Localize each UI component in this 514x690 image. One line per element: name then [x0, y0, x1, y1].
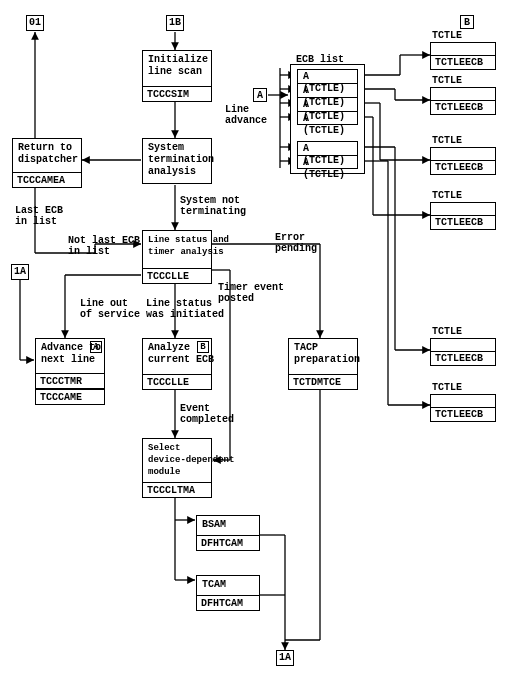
box-code: TCCCAMEA: [12, 172, 82, 188]
box-title: Select device-dependent module: [143, 439, 211, 481]
label-tctle: TCTLE: [432, 75, 462, 86]
tctle-box: TCTLEECB: [430, 42, 496, 70]
label-line-was-init: Line status was initiated: [146, 298, 224, 320]
box-line-status: Line status and timer analysis TCCCLLE: [142, 230, 212, 284]
label-line-out: Line out of service: [80, 298, 140, 320]
box-title: Return to dispatcher: [13, 139, 81, 169]
tctle-field: TCTLEECB: [430, 351, 496, 366]
box-bsam: BSAM DFHTCAM: [196, 515, 260, 551]
label-timer-event: Timer event posted: [218, 282, 284, 304]
connector-label: 1B: [169, 17, 181, 28]
box-title: TCAM: [197, 576, 259, 594]
tctle-field: TCTLEECB: [430, 55, 496, 70]
box-title: TACP preparation: [289, 339, 357, 369]
box-code: DFHTCAM: [196, 595, 260, 611]
label-not-last-ecb: Not last ECB in list: [68, 235, 140, 257]
label-tctle: TCTLE: [432, 382, 462, 393]
connector-label: 1A: [279, 652, 291, 663]
tctle-box: TCTLEECB: [430, 394, 496, 422]
label-tctle: TCTLE: [432, 30, 462, 41]
connector-label: 01: [29, 17, 41, 28]
reference-A-line-advance: A: [253, 88, 267, 102]
label-error-pending: Error pending: [275, 232, 317, 254]
box-code: TCCCLLE: [142, 374, 212, 390]
connector-1A-bottom: 1A: [276, 650, 294, 666]
ref-label: A: [257, 90, 263, 101]
box-return-dispatcher: Return to dispatcher TCCCAMEA: [12, 138, 82, 188]
tctle-field: TCTLEECB: [430, 215, 496, 230]
ecb-list-group2: A (TCTLE) A (TCTLE): [297, 141, 358, 169]
label-line-advance: Line advance: [225, 104, 267, 126]
ref-B-corner: B: [197, 341, 209, 353]
tctle-field: TCTLEECB: [430, 160, 496, 175]
box-tacp: TACP preparation TCTDMTCE: [288, 338, 358, 390]
box-title: Initialize line scan: [143, 51, 211, 81]
box-title: System termination analysis: [143, 139, 211, 181]
box-code2: TCCCAME: [35, 389, 105, 405]
label-last-ecb: Last ECB in list: [15, 205, 63, 227]
connector-01: 01: [26, 15, 44, 31]
box-title: BSAM: [197, 516, 259, 534]
label-sys-not-term: System not terminating: [180, 195, 246, 217]
box-code: TCTDMTCE: [288, 374, 358, 390]
ecb-list-row: A (TCTLE): [298, 70, 357, 84]
connector-1B: 1B: [166, 15, 184, 31]
ecb-list-row: A (TCTLE): [298, 142, 357, 156]
tctle-box: TCTLEECB: [430, 202, 496, 230]
ecb-list-outer: A (TCTLE) A (TCTLE) A (TCTLE) A (TCTLE) …: [290, 64, 365, 174]
tctle-field: TCTLEECB: [430, 407, 496, 422]
box-code: DFHTCAM: [196, 535, 260, 551]
label-tctle: TCTLE: [432, 190, 462, 201]
box-analyze-ecb: Analyze current ECB B TCCCLLE: [142, 338, 212, 390]
tctle-box: TCTLEECB: [430, 338, 496, 366]
tctle-box: TCTLEECB: [430, 87, 496, 115]
connector-label: 1A: [14, 266, 26, 277]
connector-1A-left: 1A: [11, 264, 29, 280]
ecb-list-group1: A (TCTLE) A (TCTLE) A (TCTLE) A (TCTLE): [297, 69, 358, 125]
box-code: TCCCSIM: [142, 86, 212, 102]
label-event-completed: Event completed: [180, 403, 234, 425]
box-select-dev-module: Select device-dependent module TCCCLTMA: [142, 438, 212, 498]
box-code: TCCCLLE: [142, 268, 212, 284]
box-advance-next-line: Advance to next line A TCCCAME TCCCTMR: [35, 338, 105, 405]
box-system-termination: System termination analysis: [142, 138, 212, 184]
box-title: Line status and timer analysis: [143, 231, 211, 261]
ref-label: B: [464, 17, 470, 28]
box-initialize-line-scan: Initialize line scan TCCCSIM: [142, 50, 212, 102]
tctle-field: TCTLEECB: [430, 100, 496, 115]
label-tctle: TCTLE: [432, 135, 462, 146]
box-code1: TCCCTMR: [35, 373, 105, 389]
box-code: TCCCLTMA: [142, 482, 212, 498]
tctle-box: TCTLEECB: [430, 147, 496, 175]
box-tcam: TCAM DFHTCAM: [196, 575, 260, 611]
label-tctle: TCTLE: [432, 326, 462, 337]
ref-A-corner: A: [90, 341, 102, 353]
reference-B-top: B: [460, 15, 474, 29]
